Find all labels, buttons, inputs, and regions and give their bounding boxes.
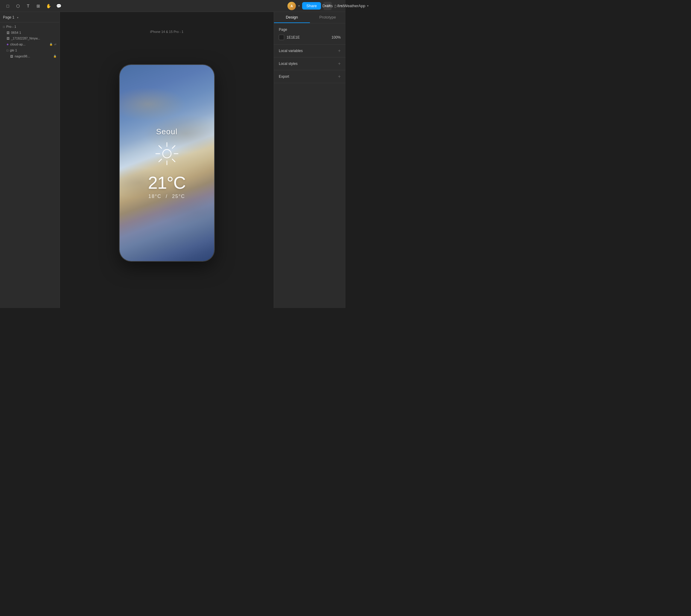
- component-tool[interactable]: ⊞: [34, 2, 42, 10]
- local-styles-label: Local styles: [279, 62, 298, 66]
- layer-item-cloud[interactable]: ◈ cloud-ap... 🔒 ⇌: [0, 41, 60, 47]
- layer-label: _171922287_Nmyw...: [11, 37, 40, 40]
- layer-label: cloud-ap...: [10, 42, 25, 46]
- avatar-chevron-icon[interactable]: ▾: [298, 4, 300, 7]
- svg-point-0: [163, 150, 171, 158]
- page-color-swatch[interactable]: [279, 35, 284, 40]
- lock-icon: 🔒: [53, 55, 57, 58]
- layer-item-nages98[interactable]: 🖼 nages98... 🔒: [0, 53, 60, 59]
- layer-image-icon: 🖼: [10, 55, 13, 58]
- layer-item-171922287[interactable]: 🖼 _171922287_Nmyw...: [0, 36, 60, 41]
- lock-icon: 🔒: [49, 43, 53, 46]
- layer-item-pro1[interactable]: □ Pro - 1: [0, 24, 60, 29]
- phone-frame: Seoul: [119, 64, 215, 262]
- topbar: □ ⬡ T ⊞ ✋ 💬 Drafts / firstWeatherApp ▾ A…: [0, 0, 345, 12]
- comment-tool-icon: 💬: [56, 4, 61, 8]
- main-layout: Page 1 ▾ □ Pro - 1 🖼 0654 1 🖼 _171922287…: [0, 12, 345, 308]
- temp-high: 25°C: [172, 194, 185, 199]
- export-label: Export: [279, 74, 289, 79]
- breadcrumb-drafts[interactable]: Drafts: [322, 4, 333, 8]
- phone-background: Seoul: [120, 65, 214, 261]
- page-section-title: Page: [279, 27, 341, 32]
- city-name: Seoul: [156, 127, 178, 136]
- local-variables-row[interactable]: Local variables +: [274, 45, 345, 58]
- temp-separator: /: [166, 194, 168, 199]
- export-row[interactable]: Export +: [274, 70, 345, 83]
- weather-content: Seoul: [148, 127, 186, 199]
- toolbar-tools: □ ⬡ T ⊞ ✋ 💬: [4, 2, 63, 10]
- layer-item-gle1[interactable]: □ gle 1: [0, 47, 60, 53]
- page-opacity-value: 100%: [331, 35, 341, 40]
- hand-tool[interactable]: ✋: [44, 2, 53, 10]
- detach-icon: ⇌: [54, 43, 57, 46]
- page-section: Page 1E1E1E 100%: [274, 23, 345, 45]
- export-add-icon[interactable]: +: [338, 74, 341, 79]
- temperature-display: 21°C: [148, 174, 186, 191]
- layer-frame-icon: □: [3, 25, 5, 28]
- layer-image-icon: 🖼: [6, 37, 9, 40]
- text-tool[interactable]: T: [24, 2, 32, 10]
- layer-label: gle 1: [10, 48, 17, 52]
- local-styles-row[interactable]: Local styles +: [274, 58, 345, 70]
- sun-icon: [153, 140, 180, 167]
- svg-line-6: [172, 159, 175, 162]
- layer-frame-icon: □: [6, 49, 8, 52]
- layers-panel: Page 1 ▾ □ Pro - 1 🖼 0654 1 🖼 _171922287…: [0, 12, 60, 308]
- page-chevron-icon: ▾: [17, 16, 19, 19]
- breadcrumb: Drafts / firstWeatherApp ▾: [322, 4, 345, 8]
- temp-range: 18°C / 25°C: [148, 194, 185, 199]
- frame-tool[interactable]: □: [4, 2, 12, 10]
- layer-item-0654[interactable]: 🖼 0654 1: [0, 29, 60, 36]
- layer-label: nages98...: [15, 54, 30, 58]
- page-color-value: 1E1E1E: [286, 35, 300, 40]
- panel-tabs: Design Prototype: [274, 12, 345, 23]
- avatar[interactable]: A: [287, 2, 296, 10]
- layers-list: □ Pro - 1 🖼 0654 1 🖼 _171922287_Nmyw... …: [0, 22, 60, 308]
- local-variables-add-icon[interactable]: +: [338, 48, 341, 53]
- region-tool[interactable]: ⬡: [14, 2, 22, 10]
- svg-line-8: [159, 159, 161, 162]
- text-tool-icon: T: [27, 4, 29, 8]
- canvas[interactable]: iPhone 14 & 15 Pro - 1 Seoul: [60, 12, 274, 308]
- frame-tool-icon: □: [6, 4, 9, 8]
- right-panel: Design Prototype Page 1E1E1E 100% Local …: [274, 12, 345, 308]
- component-icon: ◈: [6, 43, 9, 46]
- local-styles-add-icon[interactable]: +: [338, 61, 341, 66]
- hand-tool-icon: ✋: [46, 4, 51, 8]
- page-color-row: 1E1E1E 100%: [279, 35, 341, 40]
- tab-design[interactable]: Design: [274, 12, 310, 23]
- local-variables-label: Local variables: [279, 49, 303, 53]
- layer-image-icon: 🖼: [6, 31, 9, 35]
- frame-label: iPhone 14 & 15 Pro - 1: [150, 30, 183, 34]
- svg-line-7: [172, 146, 175, 148]
- page-label: Page 1: [3, 15, 14, 19]
- page-selector[interactable]: Page 1 ▾: [0, 12, 60, 22]
- component-tool-icon: ⊞: [37, 4, 40, 8]
- region-tool-icon: ⬡: [16, 4, 20, 8]
- comment-tool[interactable]: 💬: [55, 2, 63, 10]
- layer-label: Pro - 1: [6, 25, 16, 28]
- breadcrumb-project[interactable]: firstWeatherApp: [338, 4, 345, 8]
- share-button[interactable]: Share: [302, 2, 321, 9]
- breadcrumb-separator: /: [335, 4, 336, 8]
- temp-low: 18°C: [148, 194, 161, 199]
- layer-label: 0654 1: [11, 31, 21, 35]
- sun-icon-container: [152, 139, 182, 169]
- tab-prototype[interactable]: Prototype: [310, 12, 346, 23]
- svg-line-5: [159, 146, 161, 148]
